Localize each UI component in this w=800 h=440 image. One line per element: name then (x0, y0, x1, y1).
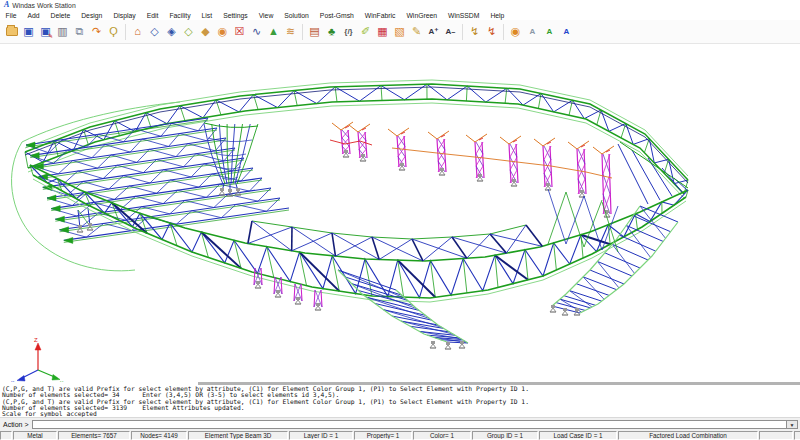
analysis-run-2-icon[interactable]: ↯ (483, 23, 500, 40)
solid-view-icon[interactable]: ◆ (197, 23, 214, 40)
window-title: Windas Work Station (12, 2, 75, 9)
structural-model: ZXY (0, 44, 800, 382)
status-cell: Metal (13, 431, 57, 440)
action-label: Action > (2, 421, 32, 428)
menu-list[interactable]: List (196, 12, 218, 19)
menu-winfabric[interactable]: WinFabric (359, 12, 401, 19)
status-cell: Element Type Beam 3D (188, 431, 288, 440)
menu-edit[interactable]: Edit (141, 12, 164, 19)
script-brackets-icon[interactable]: {/} (340, 23, 357, 40)
save-icon[interactable]: ▣ (20, 23, 37, 40)
status-cell: Factored Load Combination (618, 431, 758, 440)
winssdm-logo-icon[interactable]: A (558, 23, 575, 40)
winfabric-logo-icon[interactable]: A (524, 23, 541, 40)
toolbar-separator (302, 24, 303, 40)
status-cell (759, 431, 793, 440)
status-cell: Group ID = 1 (472, 431, 538, 440)
iso-view-1-icon[interactable]: ◇ (146, 23, 163, 40)
save-as-icon[interactable]: ▣✎ (37, 23, 54, 40)
app-icon: A (4, 1, 9, 9)
font-decrease-icon[interactable]: A₋ (442, 23, 459, 40)
copy-icon[interactable]: ⧉ (71, 23, 88, 40)
iso-view-2-icon[interactable]: ◈ (163, 23, 180, 40)
color-grid-icon[interactable]: ▦ (374, 23, 391, 40)
menu-delete[interactable]: Delete (45, 12, 76, 19)
wingreen-logo-icon[interactable]: A (541, 23, 558, 40)
status-bar: MetalElements= 7657Nodes= 4149Element Ty… (0, 430, 800, 440)
message-console[interactable]: (C,P,G, and T) are valid Prefix for sele… (0, 385, 800, 417)
status-cell: Load Case ID = 1 (539, 431, 617, 440)
status-cell: Color= 1 (413, 431, 471, 440)
status-cell: Layer ID = 1 (289, 431, 353, 440)
menu-facility[interactable]: Facility (164, 12, 196, 19)
model-back-columns (330, 122, 614, 217)
draw-pencil-icon[interactable]: ✎ (408, 23, 425, 40)
color-stripes-icon[interactable]: ▤ (306, 23, 323, 40)
zoom-view-icon[interactable]: ◉ (214, 23, 231, 40)
material-palette-icon[interactable]: ▧ (391, 23, 408, 40)
toolbar-separator (462, 24, 463, 40)
svg-text:X: X (11, 380, 15, 382)
layer-stack-icon[interactable]: ≋ (282, 23, 299, 40)
menu-bar: FileAddDeleteDesignDisplayEditFacilityLi… (0, 10, 800, 20)
status-cell: Elements= 7657 (58, 431, 130, 440)
highlighter-icon[interactable]: ✐ (357, 23, 374, 40)
title-bar: A Windas Work Station (0, 0, 800, 10)
menu-view[interactable]: View (253, 12, 279, 19)
menu-post-gmsh[interactable]: Post-Gmsh (314, 12, 359, 19)
menu-winssdm[interactable]: WinSSDM (443, 12, 485, 19)
shade-pyramid-icon[interactable]: ▲ (265, 23, 282, 40)
send-to-icon[interactable]: ↷ (88, 23, 105, 40)
menu-add[interactable]: Add (22, 12, 45, 19)
action-input[interactable] (32, 420, 788, 429)
svg-text:Z: Z (34, 337, 38, 343)
menu-file[interactable]: File (0, 12, 22, 19)
deselect-all-icon[interactable]: ☒ (231, 23, 248, 40)
status-cell (0, 431, 12, 440)
axis-triad: ZXY (11, 337, 64, 382)
open-folder-icon[interactable] (3, 23, 20, 40)
svg-text:Y: Y (60, 380, 64, 382)
action-history-dropdown-button[interactable]: ▼ (787, 420, 798, 429)
analysis-run-1-icon[interactable]: ↯ (466, 23, 483, 40)
menu-design[interactable]: Design (76, 12, 108, 19)
toolbar-separator (125, 24, 126, 40)
menu-settings[interactable]: Settings (218, 12, 254, 19)
section-line-icon[interactable]: ∿ (248, 23, 265, 40)
home-view-icon[interactable]: ⌂ (129, 23, 146, 40)
model-left-leg (338, 270, 468, 349)
light-bulb-icon[interactable]: Ϙ (105, 23, 122, 40)
tree-icon[interactable]: ♣ (323, 23, 340, 40)
menu-wingreen[interactable]: WinGreen (401, 12, 443, 19)
model-viewport[interactable]: ZXY (0, 44, 800, 382)
font-increase-icon[interactable]: A⁺ (425, 23, 442, 40)
status-cell: Nodes= 4149 (131, 431, 187, 440)
coin-icon[interactable]: ◉ (507, 23, 524, 40)
status-cell (794, 431, 800, 440)
toolbar: ▣▣✎▥⧉↷Ϙ⌂◇◈◇◆◉☒∿▲≋▤♣{/}✐▦▧✎A⁺A₋↯↯◉AAA (0, 20, 800, 44)
status-cell: Property= 1 (354, 431, 412, 440)
menu-solution[interactable]: Solution (279, 12, 315, 19)
action-bar: Action > ▼ (0, 417, 800, 430)
print-icon[interactable]: ▥ (54, 23, 71, 40)
menu-help[interactable]: Help (485, 12, 510, 19)
toolbar-separator (503, 24, 504, 40)
menu-display[interactable]: Display (108, 12, 141, 19)
iso-view-3-icon[interactable]: ◇ (180, 23, 197, 40)
model-back-rim (25, 80, 688, 198)
